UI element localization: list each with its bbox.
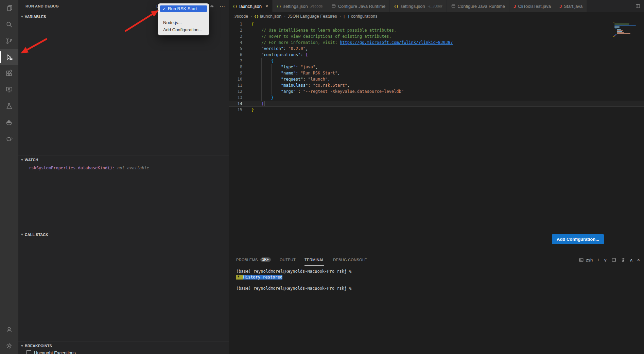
runtime-file-icon: [451, 4, 456, 9]
activity-item-account[interactable]: [0, 321, 18, 338]
minimap-line: [614, 26, 620, 27]
breadcrumb-label: launch.json: [260, 14, 281, 19]
activity-item-docker[interactable]: [0, 114, 18, 131]
maximize-panel-icon[interactable]: ∧: [630, 257, 633, 262]
minimap[interactable]: [613, 22, 641, 37]
terminal-profile-chevron-icon[interactable]: ∨: [604, 257, 607, 262]
code-area: 1{2 // Use IntelliSense to learn about p…: [229, 21, 644, 113]
activity-item-source-control[interactable]: [0, 33, 18, 49]
debug-settings-gear-icon[interactable]: [209, 4, 214, 9]
activity-item-remote-explorer[interactable]: [0, 82, 18, 98]
breadcrumb-item[interactable]: {}launch.json: [254, 14, 281, 19]
breadcrumb-item[interactable]: .vscode: [233, 14, 248, 19]
split-editor-icon[interactable]: [635, 3, 641, 9]
new-terminal-button[interactable]: +: [597, 257, 599, 262]
close-tab-icon[interactable]: ×: [265, 4, 268, 9]
line-text: ]: [242, 101, 264, 107]
terminal-line: (base) reynoldmorel@Reynolds-MacBook-Pro…: [236, 269, 644, 274]
line-text: "request": "launch",: [242, 76, 330, 82]
editor-tab-3[interactable]: Configure Java Runtime: [327, 0, 390, 12]
line-text: // Hover to view descriptions of existin…: [242, 33, 391, 39]
line-number: 1: [229, 21, 242, 27]
call-stack-section-header[interactable]: ∨ CALL STACK: [18, 230, 229, 239]
panel-tab-label: DEBUG CONSOLE: [333, 258, 367, 262]
activity-item-settings[interactable]: [0, 338, 18, 354]
panel-tab-problems[interactable]: PROBLEMS1K+: [236, 254, 271, 266]
shell-label: zsh: [586, 257, 593, 263]
minimap-line: [614, 23, 629, 23]
menu-item-run-rsk-start[interactable]: ✓ Run RSK Start: [160, 5, 207, 12]
tabbar-actions: [635, 0, 641, 12]
line-text: "version": "0.2.0",: [242, 46, 308, 52]
panel-tab-output[interactable]: OUTPUT: [280, 254, 296, 266]
text-cursor: [264, 101, 264, 106]
minimap-line: [614, 35, 615, 36]
line-text: // Use IntelliSense to learn about possi…: [242, 27, 396, 33]
tab-detail: ~/.../User: [427, 4, 442, 8]
watch-expression[interactable]: rskSystemProperties.databaseKind(): not …: [18, 166, 229, 170]
terminal-content[interactable]: (base) reynoldmorel@Reynolds-MacBook-Pro…: [229, 266, 644, 291]
menu-item-node-js-[interactable]: Node.js...: [158, 19, 209, 26]
breakpoints-section-header[interactable]: ∨ BREAKPOINTS: [18, 341, 229, 350]
line-number: 14: [229, 101, 242, 107]
activity-item-run-debug[interactable]: [0, 49, 18, 65]
more-actions-icon[interactable]: ···: [220, 4, 225, 8]
minimap-line: [614, 25, 636, 26]
code-line: 15}: [229, 107, 644, 113]
editor-group: {}launch.json×{}settings.json.vscodeConf…: [229, 0, 644, 354]
json-file-icon: {}: [394, 4, 398, 9]
vscode-window: { "colors": { "bracket1": "#ffd700", "br…: [0, 0, 644, 354]
remote-explorer-icon: [5, 86, 13, 94]
line-number: 13: [229, 95, 242, 101]
line-number: 8: [229, 64, 242, 70]
activity-item-extensions[interactable]: [0, 65, 18, 82]
editor-tab-5[interactable]: Configure Java Runtime: [447, 0, 509, 12]
kill-terminal-icon[interactable]: [621, 257, 626, 263]
code-line: 1{: [229, 21, 644, 27]
editor-tab-4[interactable]: {}settings.json~/.../User: [390, 0, 447, 12]
code-line: 13 }: [229, 95, 644, 101]
java-file-icon: J: [514, 4, 516, 9]
activity-item-search[interactable]: [0, 16, 18, 33]
editor-tabs: {}launch.json×{}settings.json.vscodeConf…: [229, 0, 587, 12]
line-text: "type": "java",: [242, 64, 318, 70]
bottom-panel: PROBLEMS1K+OUTPUTTERMINALDEBUG CONSOLE z…: [229, 254, 644, 354]
editor-tab-6[interactable]: JCliToolsTest.java: [509, 0, 555, 12]
tab-detail: .vscode: [310, 4, 323, 8]
menu-item-add-configuration-[interactable]: Add Configuration...: [158, 26, 209, 33]
minimap-line: [617, 31, 622, 32]
editor-tab-2[interactable]: {}settings.json.vscode: [273, 0, 327, 12]
line-text: "configurations": [: [242, 52, 308, 58]
line-number: 7: [229, 58, 242, 64]
breadcrumb-item[interactable]: JSON Language Features: [288, 14, 337, 19]
breadcrumb: .vscode›{}launch.json›JSON Language Feat…: [229, 12, 644, 20]
editor-tab-1[interactable]: {}launch.json×: [229, 0, 273, 12]
run-and-debug-sidebar: RUN AND DEBUG ··· ∨ VARIABLES ∨ WATCH rs…: [18, 0, 229, 354]
code-editor[interactable]: 1{2 // Use IntelliSense to learn about p…: [229, 20, 644, 254]
line-number: 12: [229, 88, 242, 95]
activity-item-explorer[interactable]: [0, 0, 18, 16]
explorer-icon: [5, 4, 13, 12]
breakpoint-row[interactable]: Uncaught Exceptions: [18, 350, 229, 354]
line-number: 2: [229, 27, 242, 33]
editor-tab-7[interactable]: JStart.java: [555, 0, 587, 12]
activity-item-turtle[interactable]: [0, 131, 18, 147]
activity-item-testing[interactable]: [0, 98, 18, 114]
breakpoint-checkbox[interactable]: [26, 350, 31, 354]
breadcrumb-item[interactable]: [ ]configurations: [343, 14, 378, 19]
panel-tab-terminal[interactable]: TERMINAL: [304, 254, 324, 266]
watch-section: ∨ WATCH rskSystemProperties.databaseKind…: [18, 155, 229, 230]
watch-section-header[interactable]: ∨ WATCH: [18, 155, 229, 164]
close-panel-icon[interactable]: ×: [637, 257, 640, 262]
add-configuration-button[interactable]: Add Configuration...: [552, 234, 604, 244]
runtime-file-icon: [331, 4, 336, 9]
panel-tab-debug-console[interactable]: DEBUG CONSOLE: [333, 254, 367, 266]
json-file-icon: {}: [233, 4, 237, 9]
shell-picker[interactable]: zsh: [579, 257, 593, 263]
menu-separator: [161, 18, 206, 18]
chevron-down-icon: ∨: [21, 344, 23, 347]
checkmark-icon: ✓: [162, 6, 166, 11]
split-terminal-icon[interactable]: [611, 257, 616, 263]
tab-label: launch.json: [239, 4, 262, 9]
minimap-line: [614, 24, 629, 24]
